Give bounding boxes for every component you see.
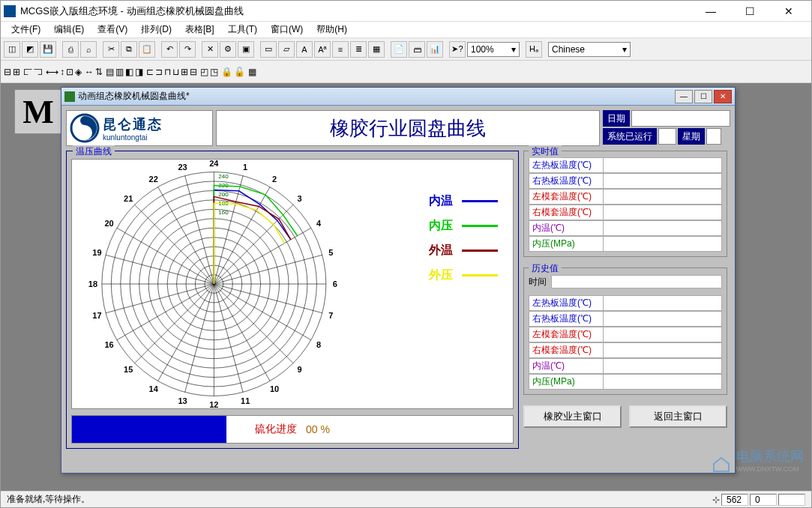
child-minimize-button[interactable]: — [675,90,693,103]
al-unlock-icon[interactable]: 🔓 [234,67,245,77]
tb-lang-icon[interactable]: Hₐ [526,41,542,58]
al-6-icon[interactable]: ↕ [60,67,64,77]
tb-text-icon[interactable]: A [296,41,313,58]
main-titlebar[interactable]: MCGS嵌入版组态环境 - 动画组态橡胶机械圆盘曲线 — ☐ ✕ [1,1,811,22]
realtime-label: 左模套温度(℃) [529,189,604,205]
al-1-icon[interactable]: ⊟ [4,67,11,77]
tb-paste-icon[interactable]: 📋 [139,41,155,58]
al-13-icon[interactable]: ◧ [125,67,133,77]
history-value[interactable] [604,295,722,311]
svg-text:16: 16 [104,340,113,349]
menu-view[interactable]: 查看(V) [91,22,133,37]
tb-chart-icon[interactable]: 📊 [427,41,443,58]
tb-undo-icon[interactable]: ↶ [161,41,178,58]
child-titlebar[interactable]: 动画组态橡胶机械圆盘曲线* — ☐ ✕ [61,88,735,106]
background-window-icon[interactable]: M [14,89,62,134]
legend-item: 内压 [429,218,498,234]
menu-file[interactable]: 文件(F) [5,22,46,37]
realtime-value[interactable] [604,220,722,236]
realtime-label: 右模套温度(℃) [529,205,604,220]
al-9-icon[interactable]: ↔ [85,67,94,77]
al-4-icon[interactable]: ⫎ [34,67,43,77]
tb-cut-icon[interactable]: ✂ [103,41,119,58]
al-14-icon[interactable]: ◨ [135,67,143,77]
tb-redo-icon[interactable]: ↷ [179,41,196,58]
realtime-value[interactable] [604,236,722,252]
history-row: 右模套温度(℃) [529,342,722,358]
al-3-icon[interactable]: ⫍ [23,67,32,77]
history-value[interactable] [604,327,722,342]
toolbar-main: ◫ ◩ 💾 ⎙ ⌕ ✂ ⧉ 📋 ↶ ↷ ✕ ⚙ ▣ ▭ ▱ A Aª ≡ ≣ ▦… [1,38,811,61]
close-button[interactable]: ✕ [775,4,802,19]
history-value[interactable] [604,374,722,390]
logo-swirl-icon [70,113,100,143]
tb-open-icon[interactable]: ◩ [22,41,38,58]
workspace[interactable]: M 动画组态橡胶机械圆盘曲线* — ☐ ✕ 昆仑通态 [1,83,811,491]
polar-chart[interactable]: 1234567891011121314151617181920212223241… [71,159,514,409]
minimize-button[interactable]: — [697,4,724,19]
al-12-icon[interactable]: ▥ [115,67,124,77]
realtime-value[interactable] [604,205,722,220]
al-16-icon[interactable]: ⊐ [155,67,163,77]
time-value[interactable] [551,275,722,288]
tb-pointer-icon[interactable]: ➤? [449,41,466,58]
tb-new-icon[interactable]: ◫ [4,41,20,58]
menu-table[interactable]: 表格[B] [179,22,220,37]
tb-print-icon[interactable]: ⎙ [62,41,79,58]
realtime-value[interactable] [604,173,722,189]
chart-group: 温压曲线 12345678910111213141516171819202122… [66,151,519,449]
al-8-icon[interactable]: ◈ [75,67,82,77]
menu-arrange[interactable]: 排列(D) [135,22,178,37]
tb-grid-icon[interactable]: ▦ [368,41,385,58]
svg-text:13: 13 [178,396,187,405]
rubber-main-button[interactable]: 橡胶业主窗口 [523,405,622,428]
tb-tool3-icon[interactable]: ▣ [238,41,254,58]
al-11-icon[interactable]: ▤ [106,67,114,77]
tb-tool2-icon[interactable]: ⚙ [220,41,236,58]
back-main-button[interactable]: 返回主窗口 [629,405,727,428]
realtime-value[interactable] [604,189,722,205]
tb-font-icon[interactable]: Aª [314,41,331,58]
menu-help[interactable]: 帮助(H) [310,22,353,37]
menu-tools[interactable]: 工具(T) [222,22,263,37]
menu-edit[interactable]: 编辑(E) [48,22,90,37]
al-grid2-icon[interactable]: ▦ [248,67,256,77]
tb-align2-icon[interactable]: ≣ [350,41,367,58]
realtime-value[interactable] [604,157,722,173]
al-17-icon[interactable]: ⊓ [164,67,171,77]
al-10-icon[interactable]: ⇅ [95,67,103,77]
history-value[interactable] [604,342,722,358]
history-label: 历史值 [529,262,562,275]
language-combo[interactable]: Chinese▾ [548,42,631,57]
status-x: 562 [721,494,748,506]
tb-save-icon[interactable]: 💾 [40,41,56,58]
tb-copy-icon[interactable]: ⧉ [121,41,137,58]
history-value[interactable] [604,358,722,374]
tb-db-icon[interactable]: 🗃 [409,41,425,58]
menu-window[interactable]: 窗口(W) [265,22,309,37]
al-22-icon[interactable]: ◳ [210,67,218,77]
child-close-button[interactable]: ✕ [714,90,732,103]
al-2-icon[interactable]: ⊞ [13,67,20,77]
al-15-icon[interactable]: ⊏ [146,67,154,77]
al-19-icon[interactable]: ⊞ [181,67,188,77]
zoom-combo[interactable]: 100%▾ [467,42,520,57]
al-18-icon[interactable]: ⊔ [172,67,179,77]
al-20-icon[interactable]: ⊟ [190,67,197,77]
tb-align1-icon[interactable]: ≡ [332,41,349,58]
svg-line-25 [214,284,322,313]
maximize-button[interactable]: ☐ [736,4,763,19]
child-maximize-button[interactable]: ☐ [694,90,712,103]
al-7-icon[interactable]: ⊡ [66,67,73,77]
tb-shape1-icon[interactable]: ▭ [260,41,277,58]
tb-shape2-icon[interactable]: ▱ [278,41,295,58]
al-lock-icon[interactable]: 🔒 [221,67,232,77]
tb-tool1-icon[interactable]: ✕ [202,41,218,58]
tb-preview-icon[interactable]: ⌕ [80,41,97,58]
legend-label: 外压 [429,267,453,283]
tb-doc-icon[interactable]: 📄 [391,41,407,58]
al-21-icon[interactable]: ◰ [200,67,208,77]
al-5-icon[interactable]: ⟷ [46,67,58,77]
svg-text:200: 200 [218,191,229,198]
history-value[interactable] [604,311,722,327]
